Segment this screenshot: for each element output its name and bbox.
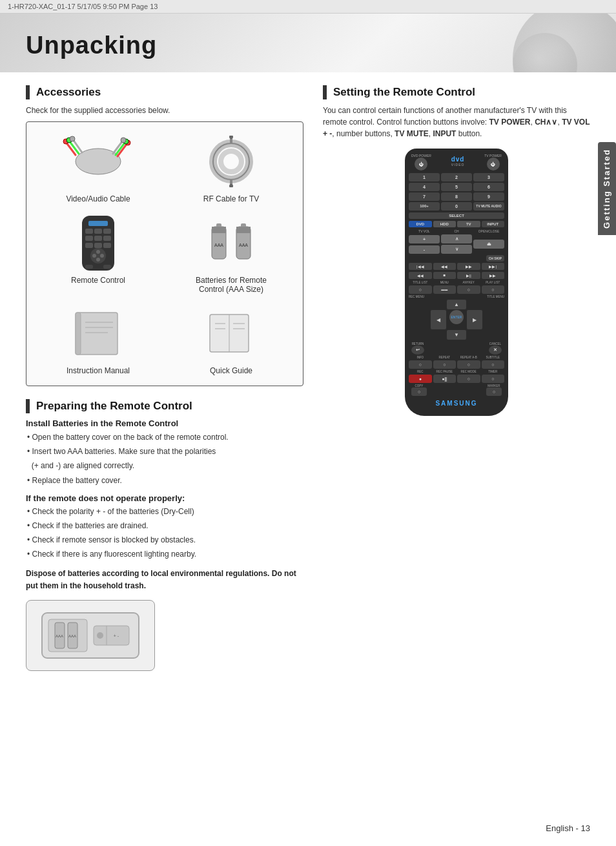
label-rec-menu: REC MENU [409,295,424,298]
btn-4[interactable]: 4 [409,183,440,191]
source-row: DVD HDD TV INPUT [409,221,504,227]
btn-3[interactable]: 3 [473,173,504,181]
svg-point-12 [121,138,126,143]
label-anykey: ANYKEY [457,281,480,284]
btn-audio[interactable]: TV MUTE AUDIO [473,202,504,211]
btn-next[interactable]: ▶▶| [482,263,505,270]
nav-up[interactable]: ▲ [447,300,466,309]
btn-rewind[interactable]: ◀◀ [433,263,457,270]
btn-prev[interactable]: |◀◀ [409,263,432,270]
btn-return[interactable]: ↩ [411,346,424,355]
svg-rect-21 [88,221,108,226]
accessories-title: Accessories [36,86,101,99]
btn-copy[interactable]: ○ [411,387,427,396]
manual-label: Instruction Manual [67,366,130,375]
btn-tv[interactable]: TV [457,221,480,227]
svg-rect-46 [76,313,118,355]
btn-rec[interactable]: ● [409,375,432,383]
if-step-3: • Check if remote sensor is blocked by o… [27,534,303,546]
btn-2[interactable]: 2 [441,173,472,181]
dispose-text: Dispose of batteries according to local … [26,568,303,592]
btn-ch-up[interactable]: ∧ [441,234,472,243]
btn-repeat-ab[interactable]: ○ [457,360,480,369]
btn-ff[interactable]: ▶▶ [457,263,480,270]
preparing-title: Preparing the Remote Control [36,400,192,413]
number-buttons: 1 2 3 4 5 6 7 8 9 100+ 0 TV MUTE AUDIO [409,173,504,211]
btn-5[interactable]: 5 [441,183,472,191]
btn-select[interactable]: SELECT [409,212,504,219]
btn-timer[interactable]: ○ [482,375,505,383]
btn-dvd[interactable]: DVD [409,221,432,227]
label-rec-pause: REC PAUSE [433,370,457,373]
btn-100[interactable]: 100+ [409,202,440,211]
section-bar [26,85,30,99]
btn-9[interactable]: 9 [473,192,504,201]
menu-row: TITLE LIST MENU ANYKEY PLAY LIST ○ ▬▬ ○ … [409,281,504,294]
btn-cancel[interactable]: ✕ [489,346,502,355]
rf-cable-label: RF Cable for TV [203,194,259,203]
rf-cable-image [192,132,270,191]
accessory-manual: Instruction Manual [37,304,159,375]
btn-forward[interactable]: ▶▶ [482,272,505,279]
svg-rect-29 [94,243,102,248]
btn-open-close[interactable]: ⏏ [473,240,504,249]
btn-marker[interactable]: ○ [486,387,502,396]
btn-rec-mode[interactable]: ○ [457,375,480,383]
btn-anykey[interactable]: ○ [457,285,480,294]
remote-top-row: DVD POWER ⏻ dvd VIDEO TV POWER ⏻ [409,154,504,170]
btn-1[interactable]: 1 [409,173,440,181]
remote-body: DVD POWER ⏻ dvd VIDEO TV POWER ⏻ 1 2 [405,149,508,416]
if-step-1: • Check the polarity + - of the batterie… [27,506,303,518]
btn-menu[interactable]: ▬▬ [433,285,457,294]
btn-vol-down[interactable]: - [409,245,440,254]
section-bar-3 [323,85,327,99]
samsung-logo: SAMSUNG [409,400,504,407]
btn-0[interactable]: 0 [441,202,472,211]
side-tab: Getting Started [598,142,616,235]
svg-point-35 [100,254,104,258]
nav-right[interactable]: ▶ [467,310,482,329]
label-play-list: PLAY LIST [482,281,505,284]
btn-stop[interactable]: ■ [433,272,457,279]
btn-7[interactable]: 7 [409,192,440,201]
accessory-batteries: AAA AAA Batteries for RemoteControl (AAA… [170,214,293,294]
cable-label: Video/Audio Cable [66,194,130,203]
btn-play-list[interactable]: ○ [482,285,505,294]
btn-subtitle[interactable]: ○ [482,360,505,369]
battery-compartment-image: AAA AAA + - [26,600,155,671]
nav-cross: ▲ ◀ ENTER ▶ ▼ [431,300,482,340]
btn-back[interactable]: ◀◀ [409,272,432,279]
btn-6[interactable]: 6 [473,183,504,191]
right-column: Setting the Remote Control You can contr… [323,79,590,671]
btn-info[interactable]: ○ [409,360,432,369]
btn-title-list[interactable]: ○ [409,285,432,294]
btn-play-pause[interactable]: ▶|| [457,272,480,279]
btn-ch-skip[interactable]: CH SKIP [486,255,504,262]
svg-point-19 [229,184,233,187]
btn-input[interactable]: INPUT [482,221,505,227]
nav-corner-tr [467,300,482,309]
svg-rect-40 [212,227,226,233]
nav-left[interactable]: ◀ [431,310,446,329]
btn-rec-pause[interactable]: ●|| [433,375,457,383]
nav-enter[interactable]: ENTER [449,310,464,324]
left-column: Accessories Check for the supplied acces… [26,79,303,671]
btn-repeat[interactable]: ○ [433,360,457,369]
install-step-1: • Open the battery cover on the back of … [27,431,303,444]
page-footer: English - 13 [546,823,590,833]
nav-down[interactable]: ▼ [447,330,466,340]
remote-small-label: Remote Control [71,276,125,285]
btn-hdd[interactable]: HDD [433,221,457,227]
label-repeat-ab: REPEAT A-B [457,356,480,359]
svg-rect-47 [76,313,81,355]
label-title-list: TITLE LIST [409,281,432,284]
label-info: INFO [409,356,432,359]
svg-rect-23 [94,229,102,234]
btn-ch-down[interactable]: ∨ [441,245,472,254]
vol-ch-row: TV VOL CH OPEN/CLOSE + ∧ ⏏ - ∨ [409,229,504,254]
ch-skip-row: CH SKIP [409,255,504,262]
btn-vol-up[interactable]: + [409,235,440,243]
btn-8[interactable]: 8 [441,192,472,201]
svg-rect-24 [103,229,111,234]
return-cancel-row: RETURN ↩ CANCEL ✕ [409,342,504,355]
